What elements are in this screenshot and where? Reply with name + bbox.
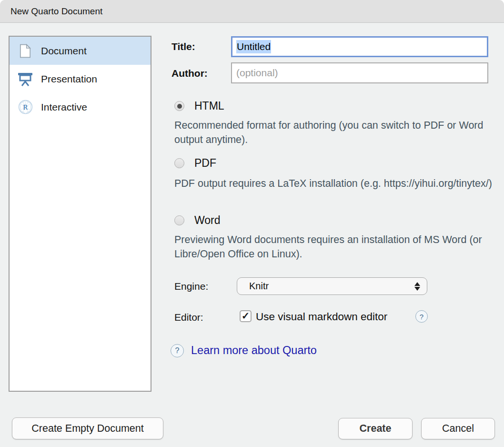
learn-more-help-icon[interactable]: ? [171,344,184,357]
visual-editor-checkbox-label[interactable]: Use visual markdown editor [256,311,387,323]
sidebar-item-interactive[interactable]: R Interactive [10,93,151,121]
visual-editor-help-icon[interactable]: ? [415,310,428,323]
format-option-pdf[interactable]: PDF [174,157,216,170]
pdf-format-description: PDF output requires a LaTeX installation… [174,176,493,191]
sidebar-item-label: Interactive [41,102,87,113]
engine-select[interactable]: Knitr [237,277,427,295]
html-format-description: Recommended format for authoring (you ca… [174,118,493,147]
pdf-radio-button[interactable] [174,158,184,168]
sidebar-item-label: Presentation [41,73,97,85]
new-quarto-document-dialog: New Quarto Document Document [0,0,504,447]
presentation-icon [18,71,33,87]
create-empty-document-button[interactable]: Create Empty Document [12,417,163,439]
dialog-title: New Quarto Document [10,6,102,17]
author-field-label: Author: [171,68,208,79]
create-button[interactable]: Create [338,418,413,439]
word-format-description: Previewing Word documents requires an in… [174,233,493,261]
sidebar-item-document[interactable]: Document [10,37,151,65]
editor-label: Editor: [174,312,203,323]
document-icon [18,43,33,59]
select-stepper-icon [414,282,420,291]
cancel-button[interactable]: Cancel [421,418,495,439]
word-radio-label[interactable]: Word [194,214,221,227]
word-radio-button[interactable] [174,215,184,225]
title-field-label: Title: [171,41,195,52]
checkmark-icon: ✓ [242,310,250,322]
dialog-titlebar: New Quarto Document [0,0,504,23]
svg-text:R: R [23,103,28,111]
sidebar-item-presentation[interactable]: Presentation [10,65,151,93]
format-option-word[interactable]: Word [174,214,221,227]
visual-editor-checkbox[interactable]: ✓ [240,310,252,322]
sidebar-item-label: Document [41,45,87,57]
title-input-selected-text: Untitled [236,40,271,53]
pdf-radio-label[interactable]: PDF [194,157,216,170]
engine-selected-value: Knitr [249,281,414,292]
learn-more-link[interactable]: Learn more about Quarto [191,344,317,357]
engine-label: Engine: [174,281,208,292]
title-input[interactable]: Untitled [231,36,488,57]
html-radio-label[interactable]: HTML [194,100,224,112]
document-type-list: Document Presentation R [9,36,151,392]
author-input[interactable] [231,62,488,83]
interactive-r-icon: R [18,100,33,115]
html-radio-button[interactable] [174,101,184,111]
format-option-html[interactable]: HTML [174,100,224,112]
